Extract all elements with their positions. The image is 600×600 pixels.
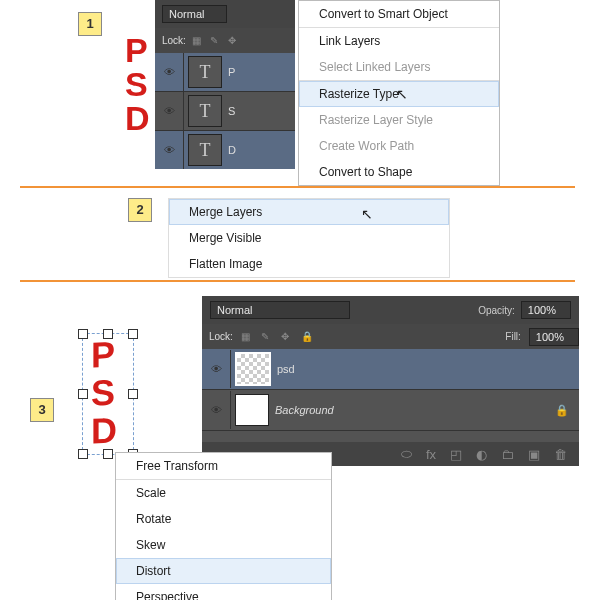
transform-handle[interactable] — [78, 389, 88, 399]
lock-row: Lock: ▦ ✎ ✥ 🔒 Fill: 100% — [202, 324, 579, 349]
cursor-icon: ↖ — [361, 206, 373, 222]
transform-handle[interactable] — [78, 329, 88, 339]
menu-flatten-image[interactable]: Flatten Image — [169, 251, 449, 277]
mask-icon[interactable]: ◰ — [450, 447, 462, 462]
menu-distort[interactable]: Distort — [116, 558, 331, 584]
section-divider — [20, 280, 575, 282]
transform-handle[interactable] — [128, 329, 138, 339]
psd-logo-step3: P S D — [91, 335, 117, 450]
step-badge-1: 1 — [78, 12, 102, 36]
menu-rasterize-type[interactable]: Rasterize Type ↖ — [299, 81, 499, 107]
layers-palette-step3: Normal Opacity: 100% Lock: ▦ ✎ ✥ 🔒 Fill:… — [202, 296, 579, 466]
trash-icon[interactable]: 🗑 — [554, 447, 567, 462]
menu-create-work-path: Create Work Path — [299, 133, 499, 159]
menu-link-layers[interactable]: Link Layers — [299, 28, 499, 54]
layer-context-menu[interactable]: Convert to Smart Object Link Layers Sele… — [298, 0, 500, 186]
transform-context-menu[interactable]: Free Transform Scale Rotate Skew Distort… — [115, 452, 332, 600]
lock-transparency-icon[interactable]: ▦ — [241, 331, 253, 343]
lock-move-icon[interactable]: ✥ — [228, 35, 240, 47]
adjust-icon[interactable]: ◐ — [476, 447, 487, 462]
type-thumb-icon: T — [188, 95, 222, 127]
layer-row-s[interactable]: 👁 T S — [155, 92, 295, 131]
folder-icon[interactable]: 🗀 — [501, 447, 514, 462]
layer-name[interactable]: D — [228, 144, 236, 156]
eye-icon: 👁 — [164, 144, 175, 156]
blend-mode-dropdown[interactable]: Normal — [210, 301, 350, 319]
menu-free-transform[interactable]: Free Transform — [116, 453, 331, 479]
cursor-icon: ↖ — [396, 86, 408, 102]
menu-item-label: Merge Layers — [189, 205, 262, 219]
lock-move-icon[interactable]: ✥ — [281, 331, 293, 343]
layer-row-d[interactable]: 👁 T D — [155, 131, 295, 169]
layer-name[interactable]: S — [228, 105, 235, 117]
step-badge-2: 2 — [128, 198, 152, 222]
visibility-toggle[interactable]: 👁 — [155, 131, 184, 169]
layer-thumb-checker — [235, 352, 271, 386]
visibility-toggle[interactable]: 👁 — [202, 391, 231, 429]
layer-name[interactable]: P — [228, 66, 235, 78]
type-thumb-icon: T — [188, 56, 222, 88]
menu-select-linked: Select Linked Layers — [299, 54, 499, 80]
menu-rasterize-style: Rasterize Layer Style — [299, 107, 499, 133]
menu-perspective[interactable]: Perspective — [116, 584, 331, 600]
menu-skew[interactable]: Skew — [116, 532, 331, 558]
type-thumb-icon: T — [188, 134, 222, 166]
menu-convert-smart-object[interactable]: Convert to Smart Object — [299, 1, 499, 27]
fill-value[interactable]: 100% — [529, 328, 579, 346]
layer-row-background[interactable]: 👁 Background 🔒 — [202, 390, 579, 431]
lock-row: Lock: ▦ ✎ ✥ — [155, 28, 295, 53]
menu-merge-visible[interactable]: Merge Visible — [169, 225, 449, 251]
layer-thumb-white — [235, 394, 269, 426]
psd-logo-step1: P S D — [125, 33, 150, 135]
lock-label: Lock: — [162, 35, 186, 46]
menu-rotate[interactable]: Rotate — [116, 506, 331, 532]
visibility-toggle[interactable]: 👁 — [155, 92, 184, 130]
fx-icon[interactable]: fx — [426, 447, 436, 462]
transform-handle[interactable] — [78, 449, 88, 459]
visibility-toggle[interactable]: 👁 — [155, 53, 184, 91]
blend-mode-dropdown[interactable]: Normal — [162, 5, 227, 23]
transform-handle[interactable] — [128, 389, 138, 399]
lock-label: Lock: — [209, 331, 233, 342]
menu-merge-layers[interactable]: Merge Layers ↖ — [169, 199, 449, 225]
layers-palette-step1: Normal Lock: ▦ ✎ ✥ 👁 T P 👁 T S 👁 T D — [155, 0, 295, 155]
eye-icon: 👁 — [211, 363, 222, 375]
eye-icon: 👁 — [164, 66, 175, 78]
visibility-toggle[interactable]: 👁 — [202, 350, 231, 388]
layer-row-p[interactable]: 👁 T P — [155, 53, 295, 92]
layer-name[interactable]: Background — [275, 404, 334, 416]
step-badge-3: 3 — [30, 398, 54, 422]
eye-icon: 👁 — [164, 105, 175, 117]
opacity-value[interactable]: 100% — [521, 301, 571, 319]
layer-name[interactable]: psd — [277, 363, 295, 375]
new-layer-icon[interactable]: ▣ — [528, 447, 540, 462]
link-icon[interactable]: ⬭ — [401, 446, 412, 462]
menu-item-label: Rasterize Type — [319, 87, 399, 101]
eye-icon: 👁 — [211, 404, 222, 416]
opacity-label: Opacity: — [478, 305, 515, 316]
layer-row-psd[interactable]: 👁 psd — [202, 349, 579, 390]
lock-icon: 🔒 — [555, 404, 569, 417]
menu-convert-shape[interactable]: Convert to Shape — [299, 159, 499, 185]
menu-scale[interactable]: Scale — [116, 480, 331, 506]
section-divider — [20, 186, 575, 188]
merge-context-menu[interactable]: Merge Layers ↖ Merge Visible Flatten Ima… — [168, 198, 450, 278]
transform-selection-box[interactable]: P S D — [82, 333, 134, 455]
lock-transparency-icon[interactable]: ▦ — [192, 35, 204, 47]
fill-label: Fill: — [505, 331, 521, 342]
lock-paint-icon[interactable]: ✎ — [261, 331, 273, 343]
lock-paint-icon[interactable]: ✎ — [210, 35, 222, 47]
lock-all-icon[interactable]: 🔒 — [301, 331, 313, 343]
